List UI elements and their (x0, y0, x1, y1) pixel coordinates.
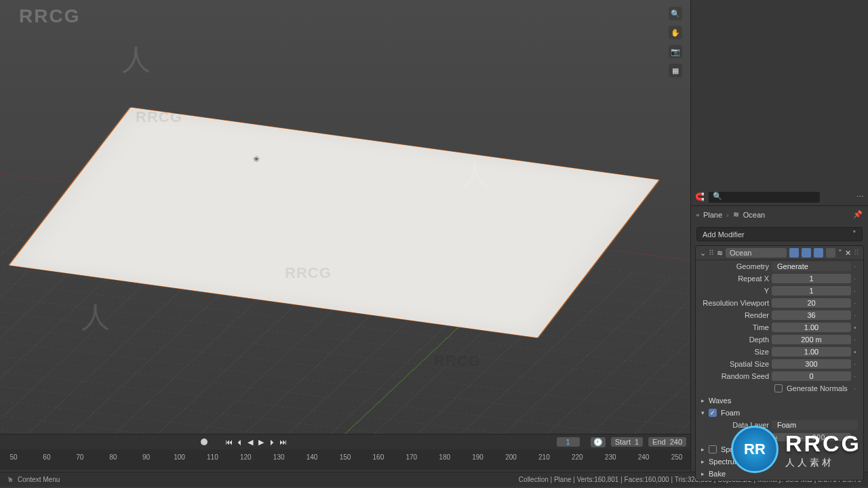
drag-icon[interactable]: ⠿ (709, 249, 714, 258)
keyframe-prev-icon[interactable]: ⏴ (235, 438, 244, 447)
viewport-3d[interactable]: ✳ RRCG 人 人 人 RRCG RRCG RRCG 🔍 ✋ 📷 ▦ (0, 0, 690, 434)
show-render-toggle[interactable] (826, 248, 835, 258)
depth-field[interactable]: 200 m (772, 335, 851, 344)
modifier-name-field[interactable]: Ocean (726, 248, 787, 258)
modifier-icon: ≋ (733, 210, 739, 219)
depth-label: Depth (701, 336, 769, 344)
repeat-x-label: Repeat X (701, 274, 769, 283)
ortho-icon[interactable]: ▦ (669, 64, 682, 77)
timeline-tick: 90 (142, 453, 150, 461)
res-viewport-label: Resolution Viewport (701, 299, 769, 307)
timeline[interactable]: ⏮ ⏴ ◀ ▶ ⏵ ⏭ 1 🕘 Start 1 End 240 50607080… (0, 434, 690, 470)
repeat-y-field[interactable]: 1 (772, 286, 851, 296)
anim-dot[interactable]: • (854, 323, 858, 331)
chevron-right-icon: ▸ (701, 397, 705, 404)
camera-icon[interactable]: 📷 (669, 45, 682, 58)
waves-section[interactable]: ▸Waves (696, 394, 863, 407)
geometry-dropdown[interactable]: Generate (772, 262, 851, 271)
anim-dot[interactable]: · (854, 262, 858, 270)
playback-controls: ⏮ ⏴ ◀ ▶ ⏵ ⏭ (224, 438, 288, 447)
end-frame-field[interactable]: End 240 (648, 437, 686, 447)
play-icon[interactable]: ▶ (256, 438, 266, 447)
size-field[interactable]: 1.00 (772, 347, 851, 357)
timeline-tick: 110 (207, 453, 218, 461)
show-on-cage-toggle[interactable] (789, 248, 799, 258)
generate-normals-checkbox[interactable] (774, 384, 783, 392)
start-value: 1 (635, 438, 639, 446)
spatial-size-label: Spatial Size (701, 360, 769, 368)
random-seed-field[interactable]: 0 (772, 371, 851, 381)
start-label: Start (615, 438, 631, 446)
delete-modifier-icon[interactable]: ✕ (845, 249, 851, 258)
pan-icon[interactable]: ✋ (669, 26, 682, 39)
timeline-tick: 250 (671, 453, 683, 461)
drag-handle-icon[interactable]: ⠿ (854, 249, 859, 258)
timeline-tick: 190 (472, 453, 484, 461)
end-label: End (652, 438, 666, 446)
chevron-right-icon: ▸ (701, 458, 705, 465)
waves-label: Waves (709, 396, 731, 405)
geometry-label: Geometry (701, 262, 769, 270)
current-frame-field[interactable]: 1 (557, 437, 580, 447)
viewport-nav-gizmo[interactable]: 🔍 ✋ 📷 ▦ (669, 7, 682, 77)
display-filter-icon[interactable]: 🧲 (695, 192, 705, 201)
time-field[interactable]: 1.00 (772, 323, 851, 332)
timeline-ruler[interactable]: 5060708090100110120130140150160170180190… (0, 449, 690, 470)
ocean-type-icon: ≋ (717, 249, 723, 258)
timeline-tick: 130 (273, 453, 285, 461)
timeline-tick: 100 (174, 453, 185, 461)
timeline-tick: 230 (605, 453, 616, 461)
properties-search: 🧲 🔍 ⋯ (691, 188, 868, 206)
render-field[interactable]: 36 (772, 310, 851, 320)
extras-icon[interactable]: ˅ (838, 249, 842, 258)
jump-start-icon[interactable]: ⏮ (224, 438, 233, 447)
options-icon[interactable]: ⋯ (856, 192, 864, 201)
anim-dot[interactable]: • (854, 348, 858, 356)
timeline-tick: 140 (307, 453, 318, 461)
foam-section[interactable]: ▾✓Foam (696, 407, 863, 419)
brand-logo-icon: RR (731, 426, 778, 473)
timeline-tick: 180 (439, 453, 450, 461)
pin-icon[interactable]: 📌 (853, 210, 863, 219)
repeat-y-label: Y (701, 287, 769, 295)
timeline-tick: 160 (373, 453, 384, 461)
random-seed-label: Random Seed (701, 372, 769, 380)
foam-label: Foam (721, 409, 740, 417)
timeline-tick: 60 (43, 453, 50, 461)
crumb-modifier[interactable]: Ocean (743, 211, 765, 219)
spray-enable-checkbox[interactable] (709, 445, 717, 453)
brand-watermark: RR RRCG 人人素材 (731, 426, 861, 473)
res-viewport-field[interactable]: 20 (772, 298, 851, 308)
bake-label: Bake (709, 470, 726, 478)
repeat-x-field[interactable]: 1 (772, 274, 851, 283)
time-label: Time (701, 323, 769, 331)
play-reverse-icon[interactable]: ◀ (245, 438, 255, 447)
generate-normals-label: Generate Normals (787, 384, 848, 392)
breadcrumb: ▫ Plane › ≋ Ocean 📌 (691, 206, 868, 223)
timeline-tick: 240 (638, 453, 650, 461)
chevron-right-icon: › (726, 211, 729, 219)
zoom-icon[interactable]: 🔍 (669, 7, 682, 20)
timeline-tick: 150 (340, 453, 351, 461)
chevron-right-icon: ▸ (701, 470, 705, 477)
keyframe-next-icon[interactable]: ⏵ (267, 438, 277, 447)
add-modifier-button[interactable]: Add Modifier ˅ (696, 227, 863, 241)
auto-keying-toggle[interactable] (201, 439, 208, 445)
brand-sub-text: 人人素材 (785, 457, 834, 469)
add-modifier-label: Add Modifier (703, 230, 745, 239)
crumb-object[interactable]: Plane (703, 211, 722, 219)
size-label: Size (701, 348, 769, 356)
jump-end-icon[interactable]: ⏭ (278, 438, 288, 447)
watermark-cn: 人 (122, 41, 151, 79)
timeline-tick: 80 (109, 453, 117, 461)
collapse-icon[interactable]: ⌄ (700, 249, 706, 258)
search-input[interactable] (709, 192, 820, 203)
show-in-editmode-toggle[interactable] (802, 248, 811, 258)
start-frame-field[interactable]: Start 1 (611, 437, 643, 447)
chevron-down-icon: ▾ (701, 409, 705, 416)
clock-icon[interactable]: 🕘 (591, 437, 606, 447)
foam-enable-checkbox[interactable]: ✓ (709, 409, 717, 417)
spatial-size-field[interactable]: 300 (772, 359, 851, 369)
show-viewport-toggle[interactable] (814, 248, 823, 258)
timeline-tick: 210 (538, 453, 550, 461)
